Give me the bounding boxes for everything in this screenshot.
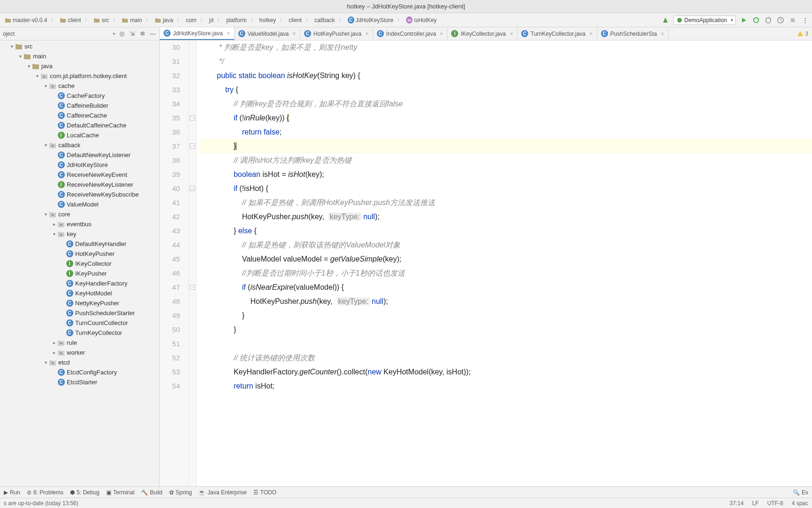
- tree-node[interactable]: IReceiveNewKeyListener: [0, 180, 159, 190]
- line-separator[interactable]: LF: [752, 500, 759, 507]
- svg-line-3: [753, 19, 754, 19]
- fold-strip[interactable]: −−−−: [189, 40, 196, 486]
- breadcrumb-item[interactable]: jd: [207, 16, 215, 24]
- project-tree[interactable]: ▾src▾main▾java▾com.jd.platform.hotkey.cl…: [0, 40, 159, 486]
- tree-node[interactable]: CEtcdStarter: [0, 377, 159, 387]
- tree-node[interactable]: CReceiveNewKeySubscribe: [0, 190, 159, 199]
- tree-node[interactable]: ▾key: [0, 229, 159, 239]
- tree-node[interactable]: CCaffeineCache: [0, 111, 159, 120]
- bottom-tool-bar: ▶ Run ⊘ 6: Problems ⬢ 5: Debug ▣ Termina…: [0, 486, 812, 498]
- run-icon[interactable]: [740, 16, 748, 24]
- status-bar: s are up-to-date (today 13:56) 37:14 LF …: [0, 498, 812, 508]
- tree-node[interactable]: CDefaultCaffeineCache: [0, 120, 159, 130]
- build-icon[interactable]: [661, 16, 670, 24]
- breadcrumb-item[interactable]: main: [120, 16, 144, 24]
- tree-node[interactable]: CDefaultKeyHandler: [0, 239, 159, 249]
- code-editor[interactable]: 3031323334353637383940414243444546474849…: [160, 40, 812, 486]
- tree-node[interactable]: CEtcdConfigFactory: [0, 367, 159, 377]
- settings-icon[interactable]: ✲: [139, 30, 146, 38]
- tree-node[interactable]: CHotKeyPusher: [0, 249, 159, 259]
- coverage-icon[interactable]: [764, 16, 773, 24]
- close-tab-icon[interactable]: ×: [661, 30, 664, 37]
- tree-node[interactable]: ▾cache: [0, 81, 159, 91]
- tree-node[interactable]: ▾callback: [0, 140, 159, 150]
- caret-position[interactable]: 37:14: [730, 500, 744, 507]
- expand-icon[interactable]: ⇲: [128, 30, 136, 38]
- spring-tool-tab[interactable]: ✿ Spring: [169, 489, 192, 496]
- tree-node[interactable]: CPushSchedulerStarter: [0, 308, 159, 318]
- tree-node[interactable]: ▾etcd: [0, 357, 159, 367]
- tree-node[interactable]: CJdHotKeyStore: [0, 160, 159, 170]
- terminal-tool-tab[interactable]: ▣ Terminal: [106, 489, 134, 496]
- tree-node[interactable]: IIKeyPusher: [0, 269, 159, 278]
- breadcrumb-item[interactable]: client: [287, 16, 304, 24]
- close-tab-icon[interactable]: ×: [293, 30, 297, 37]
- tree-node[interactable]: ▸worker: [0, 348, 159, 357]
- tree-node[interactable]: ▾src: [0, 41, 159, 51]
- problems-tool-tab[interactable]: ⊘ 6: Problems: [27, 489, 63, 496]
- tree-node[interactable]: IIKeyCollector: [0, 259, 159, 269]
- tree-node[interactable]: CCacheFactory: [0, 91, 159, 101]
- tree-node[interactable]: CTurnCountCollector: [0, 318, 159, 328]
- jee-tool-tab[interactable]: ☕ Java Enterprise: [198, 489, 246, 496]
- breadcrumb-item[interactable]: CJdHotKeyStore: [346, 16, 396, 24]
- breadcrumb-item[interactable]: src: [92, 16, 111, 24]
- tree-node[interactable]: CTurnKeyCollector: [0, 328, 159, 338]
- tree-node[interactable]: CDefaultNewKeyListener: [0, 150, 159, 160]
- run-configuration-selector[interactable]: DemoApplication: [673, 16, 736, 25]
- code-content[interactable]: * 判断是否是key，如果不是，则发往netty */ public stati…: [196, 40, 812, 486]
- close-tab-icon[interactable]: ×: [226, 30, 230, 37]
- debug-icon[interactable]: [752, 16, 760, 24]
- tree-node[interactable]: ▾main: [0, 51, 159, 61]
- tree-node[interactable]: CKeyHandlerFactory: [0, 278, 159, 288]
- close-tab-icon[interactable]: ×: [440, 30, 444, 37]
- editor-tab[interactable]: CJdHotKeyStore.java×: [160, 27, 234, 40]
- todo-tool-tab[interactable]: ☰ TODO: [253, 489, 276, 496]
- editor-tab[interactable]: CHotKeyPusher.java×: [300, 27, 373, 40]
- close-tab-icon[interactable]: ×: [509, 30, 513, 37]
- svg-point-12: [60, 234, 62, 236]
- svg-rect-6: [791, 18, 795, 22]
- editor-tab[interactable]: CValueModel.java×: [234, 27, 300, 40]
- indent-setting[interactable]: 4 spac: [792, 500, 808, 507]
- tree-node[interactable]: ▾com.jd.platform.hotkey.client: [0, 71, 159, 81]
- tree-node[interactable]: CReceiveNewKeyEvent: [0, 170, 159, 180]
- build-tool-tab[interactable]: 🔨 Build: [141, 489, 163, 496]
- dropdown-icon[interactable]: ▾: [113, 31, 115, 36]
- more-icon[interactable]: ⋮: [801, 16, 809, 24]
- profile-icon[interactable]: [776, 16, 785, 24]
- editor-tab[interactable]: IIKeyCollector.java×: [447, 27, 517, 40]
- file-encoding[interactable]: UTF-8: [767, 500, 783, 507]
- close-tab-icon[interactable]: ×: [365, 30, 369, 37]
- tree-node[interactable]: CNettyKeyPusher: [0, 298, 159, 308]
- breadcrumb-item[interactable]: master-v0.0.4: [3, 16, 49, 24]
- hide-icon[interactable]: —: [149, 30, 156, 38]
- tree-node[interactable]: ▸eventbus: [0, 219, 159, 229]
- editor-tab[interactable]: CTurnKeyCollector.java×: [517, 27, 597, 40]
- breadcrumb-item[interactable]: java: [153, 16, 175, 24]
- tree-node[interactable]: ILocalCache: [0, 130, 159, 140]
- tree-node[interactable]: CValueModel: [0, 199, 159, 209]
- tree-node[interactable]: CKeyHotModel: [0, 288, 159, 298]
- breadcrumb-item[interactable]: callback: [312, 16, 336, 24]
- svg-point-0: [677, 18, 682, 23]
- event-log-tab[interactable]: 🔍 Ev: [793, 489, 808, 496]
- breadcrumb-item[interactable]: client: [58, 16, 83, 24]
- breadcrumb-item[interactable]: platform: [224, 16, 248, 24]
- run-tool-tab[interactable]: ▶ Run: [4, 489, 20, 496]
- breadcrumb-item[interactable]: hotkey: [258, 16, 278, 24]
- debug-tool-tab[interactable]: ⬢ 5: Debug: [70, 489, 100, 496]
- breadcrumb-item[interactable]: com: [184, 16, 198, 24]
- breadcrumb-item[interactable]: misHotKey: [404, 16, 438, 24]
- svg-point-8: [52, 86, 54, 87]
- inspection-warning-badge[interactable]: 3: [793, 27, 812, 40]
- editor-tab[interactable]: CIndexController.java×: [373, 27, 448, 40]
- tree-node[interactable]: ▸rule: [0, 338, 159, 348]
- locate-icon[interactable]: ◎: [118, 30, 125, 38]
- tree-node[interactable]: ▾core: [0, 209, 159, 219]
- close-tab-icon[interactable]: ×: [589, 30, 593, 37]
- stop-icon[interactable]: [789, 16, 797, 24]
- tree-node[interactable]: CCaffeineBuilder: [0, 101, 159, 111]
- editor-tab[interactable]: CPushSchedulerSta×: [597, 27, 669, 40]
- tree-node[interactable]: ▾java: [0, 61, 159, 71]
